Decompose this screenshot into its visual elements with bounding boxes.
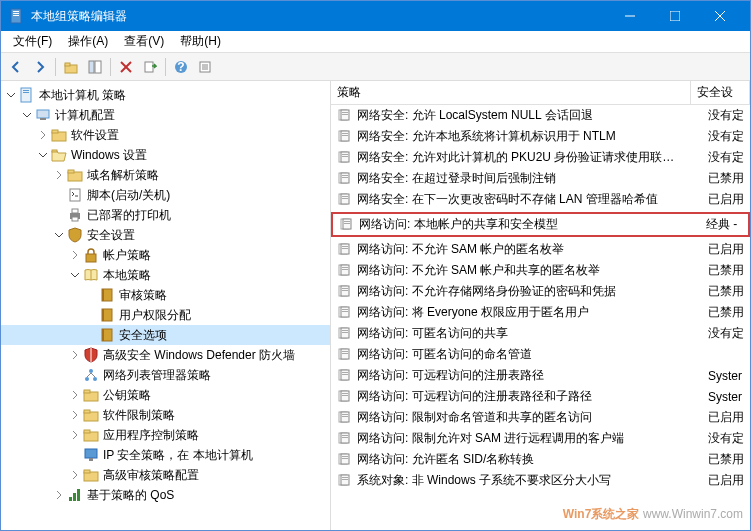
expander-icon[interactable]	[85, 309, 97, 321]
list-pane[interactable]: 策略 安全设 网络安全: 允许 LocalSystem NULL 会话回退没有定…	[331, 81, 750, 530]
export-button[interactable]	[139, 56, 161, 78]
policy-row[interactable]: 网络安全: 允许对此计算机的 PKU2U 身份验证请求使用联…没有定	[331, 147, 750, 168]
expander-icon[interactable]	[21, 109, 33, 121]
svg-rect-77	[342, 196, 348, 197]
svg-point-45	[89, 369, 93, 373]
tree-node-ip_security[interactable]: IP 安全策略，在 本地计算机	[1, 445, 330, 465]
tree-node-user_rights[interactable]: 用户权限分配	[1, 305, 330, 325]
policy-row[interactable]: 网络访问: 限制对命名管道和共享的匿名访问已启用	[331, 407, 750, 428]
tree-node-scripts[interactable]: 脚本(启动/关机)	[1, 185, 330, 205]
tree-node-software_settings[interactable]: 软件设置	[1, 125, 330, 145]
expander-icon[interactable]	[69, 369, 81, 381]
expander-icon[interactable]	[69, 389, 81, 401]
policy-row[interactable]: 网络访问: 允许匿名 SID/名称转换已禁用	[331, 449, 750, 470]
policy-row[interactable]: 系统对象: 非 Windows 子系统不要求区分大小写已启用	[331, 470, 750, 491]
svg-rect-114	[342, 395, 348, 396]
policy-row[interactable]: 网络访问: 可匿名访问的共享没有定	[331, 323, 750, 344]
column-header-security[interactable]: 安全设	[691, 81, 750, 104]
policy-row[interactable]: 网络访问: 本地帐户的共享和安全模型经典 -	[331, 212, 750, 237]
tree-node-audit_policy[interactable]: 审核策略	[1, 285, 330, 305]
tree-label: 域名解析策略	[87, 167, 159, 184]
expander-icon[interactable]	[69, 449, 81, 461]
svg-rect-38	[102, 289, 104, 301]
tree-node-defender_firewall[interactable]: 高级安全 Windows Defender 防火墙	[1, 345, 330, 365]
policy-row[interactable]: 网络访问: 限制允许对 SAM 进行远程调用的客户端没有定	[331, 428, 750, 449]
folder-icon	[83, 387, 99, 403]
computer-icon	[35, 107, 51, 123]
expander-icon[interactable]	[69, 429, 81, 441]
policy-item-icon	[337, 284, 353, 300]
expander-icon[interactable]	[69, 469, 81, 481]
tree-label: 计算机配置	[55, 107, 115, 124]
minimize-button[interactable]	[607, 1, 652, 31]
tree-node-security_options[interactable]: 安全选项	[1, 325, 330, 345]
tree-toggle-button[interactable]	[84, 56, 106, 78]
expander-icon[interactable]	[53, 229, 65, 241]
maximize-button[interactable]	[652, 1, 697, 31]
expander-icon[interactable]	[5, 89, 17, 101]
policy-name: 网络安全: 允许本地系统将计算机标识用于 NTLM	[357, 128, 708, 145]
svg-rect-42	[102, 329, 104, 341]
expander-icon[interactable]	[53, 169, 65, 181]
tree-node-public_key[interactable]: 公钥策略	[1, 385, 330, 405]
back-button[interactable]	[5, 56, 27, 78]
policy-status: 已启用	[708, 241, 748, 258]
policy-row[interactable]: 网络安全: 允许本地系统将计算机标识用于 NTLM没有定	[331, 126, 750, 147]
expander-icon[interactable]	[53, 209, 65, 221]
tree-node-local_policies[interactable]: 本地策略	[1, 265, 330, 285]
policy-row[interactable]: 网络访问: 可远程访问的注册表路径Syster	[331, 365, 750, 386]
tree-node-deployed_printers[interactable]: 已部署的打印机	[1, 205, 330, 225]
menu-view[interactable]: 查看(V)	[116, 31, 172, 52]
expander-icon[interactable]	[37, 129, 49, 141]
expander-icon[interactable]	[53, 489, 65, 501]
svg-rect-56	[69, 497, 72, 501]
tree-node-account_policies[interactable]: 帐户策略	[1, 245, 330, 265]
tree-node-security_settings[interactable]: 安全设置	[1, 225, 330, 245]
forward-button[interactable]	[29, 56, 51, 78]
expander-icon[interactable]	[53, 189, 65, 201]
tree-node-windows_settings[interactable]: Windows 设置	[1, 145, 330, 165]
expander-icon[interactable]	[85, 329, 97, 341]
policy-row[interactable]: 网络访问: 可匿名访问的命名管道	[331, 344, 750, 365]
policy-row[interactable]: 网络访问: 可远程访问的注册表路径和子路径Syster	[331, 386, 750, 407]
up-button[interactable]	[60, 56, 82, 78]
tree-pane[interactable]: 本地计算机 策略计算机配置软件设置Windows 设置域名解析策略脚本(启动/关…	[1, 81, 331, 530]
tree-node-advanced_audit[interactable]: 高级审核策略配置	[1, 465, 330, 485]
tree-node-computer_config[interactable]: 计算机配置	[1, 105, 330, 125]
expander-icon[interactable]	[69, 409, 81, 421]
tree-node-app_control[interactable]: 应用程序控制策略	[1, 425, 330, 445]
svg-text:?: ?	[177, 60, 184, 74]
help-button[interactable]: ?	[170, 56, 192, 78]
menu-help[interactable]: 帮助(H)	[172, 31, 229, 52]
tree-node-software_restriction[interactable]: 软件限制策略	[1, 405, 330, 425]
policy-row[interactable]: 网络访问: 将 Everyone 权限应用于匿名用户已禁用	[331, 302, 750, 323]
policy-item-icon	[337, 108, 353, 124]
expander-icon[interactable]	[69, 249, 81, 261]
policy-name: 网络访问: 允许匿名 SID/名称转换	[357, 451, 708, 468]
policy-row[interactable]: 网络安全: 在下一次更改密码时不存储 LAN 管理器哈希值已启用	[331, 189, 750, 210]
svg-rect-28	[52, 150, 57, 152]
column-header-policy[interactable]: 策略	[331, 81, 691, 104]
expander-icon[interactable]	[37, 149, 49, 161]
policy-row[interactable]: 网络安全: 允许 LocalSystem NULL 会话回退没有定	[331, 105, 750, 126]
tree-node-root[interactable]: 本地计算机 策略	[1, 85, 330, 105]
expander-icon[interactable]	[69, 349, 81, 361]
policy-row[interactable]: 网络访问: 不允许 SAM 帐户和共享的匿名枚举已禁用	[331, 260, 750, 281]
folder-icon	[67, 167, 83, 183]
menu-action[interactable]: 操作(A)	[60, 31, 116, 52]
policy-row[interactable]: 网络访问: 不允许存储网络身份验证的密码和凭据已禁用	[331, 281, 750, 302]
policy-row[interactable]: 网络访问: 不允许 SAM 帐户的匿名枚举已启用	[331, 239, 750, 260]
script-icon	[67, 187, 83, 203]
tree-node-network_list[interactable]: 网络列表管理器策略	[1, 365, 330, 385]
tree-node-dns_policy[interactable]: 域名解析策略	[1, 165, 330, 185]
menu-file[interactable]: 文件(F)	[5, 31, 60, 52]
properties-button[interactable]	[194, 56, 216, 78]
close-button[interactable]	[697, 1, 742, 31]
delete-button[interactable]	[115, 56, 137, 78]
expander-icon[interactable]	[69, 269, 81, 281]
book-open-icon	[83, 267, 99, 283]
expander-icon[interactable]	[85, 289, 97, 301]
policy-item-icon	[337, 473, 353, 489]
policy-row[interactable]: 网络安全: 在超过登录时间后强制注销已禁用	[331, 168, 750, 189]
tree-node-qos[interactable]: 基于策略的 QoS	[1, 485, 330, 505]
